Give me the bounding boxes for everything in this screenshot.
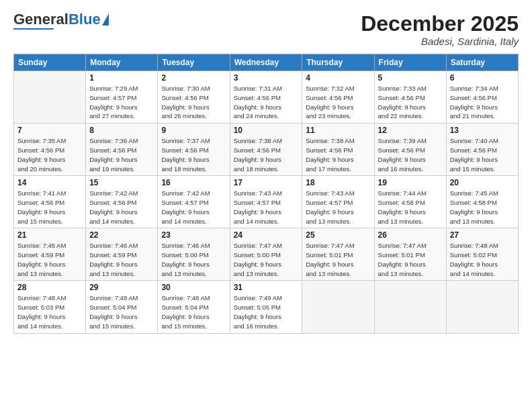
logo-text: GeneralBlue: [13, 12, 101, 27]
day-info-line: and 26 minutes.: [161, 112, 207, 120]
day-info-line: and 15 minutes.: [89, 322, 135, 330]
day-info-line: Sunrise: 7:48 AM: [17, 294, 66, 302]
day-info-line: Sunset: 5:01 PM: [306, 251, 353, 259]
day-info-line: Sunset: 4:56 PM: [89, 146, 136, 154]
day-info-line: Sunrise: 7:48 AM: [450, 242, 498, 249]
day-info-line: Sunset: 4:57 PM: [161, 199, 208, 206]
day-number: 15: [89, 178, 154, 187]
day-info-line: Sunset: 4:57 PM: [89, 94, 136, 101]
day-number: 13: [450, 126, 515, 135]
day-info-line: Sunrise: 7:40 AM: [450, 137, 498, 144]
day-info-line: Daylight: 9 hours: [234, 208, 281, 216]
day-info-line: Sunrise: 7:42 AM: [161, 189, 210, 197]
logo-blue: Blue: [69, 11, 101, 28]
day-info-line: Sunset: 4:58 PM: [450, 199, 497, 206]
day-info-line: Daylight: 9 hours: [378, 103, 426, 111]
day-info-line: and 18 minutes.: [161, 165, 207, 173]
day-info-line: Daylight: 9 hours: [234, 103, 281, 111]
day-info-line: Daylight: 9 hours: [161, 313, 209, 320]
col-sunday: Sunday: [14, 54, 86, 71]
col-saturday: Saturday: [446, 54, 518, 71]
day-info-line: Sunset: 4:56 PM: [234, 94, 281, 101]
day-info: Sunrise: 7:35 AMSunset: 4:56 PMDaylight:…: [17, 136, 82, 173]
day-info-line: Sunset: 4:56 PM: [306, 94, 353, 101]
day-info-line: and 13 minutes.: [17, 270, 63, 277]
day-info-line: Daylight: 9 hours: [89, 208, 137, 216]
day-info: Sunrise: 7:45 AMSunset: 4:58 PMDaylight:…: [450, 189, 515, 226]
day-info-line: Sunset: 4:56 PM: [378, 146, 425, 154]
day-info-line: Sunset: 4:56 PM: [89, 199, 136, 206]
day-info-line: Sunrise: 7:45 AM: [450, 189, 498, 197]
col-friday: Friday: [374, 54, 446, 71]
day-number: 7: [17, 126, 82, 135]
day-info: Sunrise: 7:29 AMSunset: 4:57 PMDaylight:…: [89, 84, 154, 121]
day-info-line: Daylight: 9 hours: [161, 156, 209, 163]
day-info-line: Sunset: 4:59 PM: [17, 251, 64, 259]
calendar-cell: 30Sunrise: 7:48 AMSunset: 5:04 PMDayligh…: [158, 281, 230, 333]
calendar-week-row: 21Sunrise: 7:45 AMSunset: 4:59 PMDayligh…: [14, 228, 519, 281]
day-info-line: Daylight: 9 hours: [450, 261, 498, 268]
day-info-line: Sunset: 4:58 PM: [378, 199, 425, 206]
day-info-line: Sunrise: 7:33 AM: [378, 85, 427, 92]
day-info-line: and 13 minutes.: [161, 270, 207, 277]
day-info-line: and 14 minutes.: [17, 322, 63, 330]
calendar-cell: 18Sunrise: 7:43 AMSunset: 4:57 PMDayligh…: [302, 176, 374, 228]
day-info-line: and 15 minutes.: [17, 218, 63, 225]
day-info-line: Daylight: 9 hours: [234, 261, 281, 268]
day-info-line: Sunset: 4:56 PM: [378, 94, 425, 101]
day-info-line: and 23 minutes.: [306, 112, 351, 120]
day-info-line: and 15 minutes.: [450, 165, 496, 173]
day-info-line: Daylight: 9 hours: [450, 103, 498, 111]
day-info-line: Sunset: 5:04 PM: [89, 304, 136, 311]
calendar-cell: 9Sunrise: 7:37 AMSunset: 4:56 PMDaylight…: [158, 124, 230, 176]
calendar-cell: 14Sunrise: 7:41 AMSunset: 4:56 PMDayligh…: [14, 176, 86, 228]
calendar-cell: 6Sunrise: 7:34 AMSunset: 4:56 PMDaylight…: [446, 71, 518, 124]
day-info-line: Daylight: 9 hours: [89, 156, 137, 163]
day-number: 10: [234, 126, 299, 135]
calendar-cell: 3Sunrise: 7:31 AMSunset: 4:56 PMDaylight…: [230, 71, 302, 124]
logo-triangle-icon: [102, 13, 109, 26]
day-info-line: Sunset: 4:57 PM: [234, 199, 281, 206]
calendar-cell: 26Sunrise: 7:47 AMSunset: 5:01 PMDayligh…: [374, 228, 446, 281]
day-number: 28: [17, 283, 82, 292]
day-info-line: Daylight: 9 hours: [17, 313, 65, 320]
day-info: Sunrise: 7:43 AMSunset: 4:57 PMDaylight:…: [234, 189, 299, 226]
day-info-line: and 13 minutes.: [378, 218, 424, 225]
day-info-line: Sunrise: 7:46 AM: [161, 242, 210, 249]
calendar-cell: 11Sunrise: 7:38 AMSunset: 4:56 PMDayligh…: [302, 124, 374, 176]
day-number: 31: [234, 283, 299, 292]
day-info: Sunrise: 7:46 AMSunset: 4:59 PMDaylight:…: [89, 241, 154, 278]
day-info: Sunrise: 7:48 AMSunset: 5:03 PMDaylight:…: [17, 293, 82, 330]
day-info-line: Sunrise: 7:35 AM: [17, 137, 66, 144]
day-info-line: and 16 minutes.: [234, 322, 279, 330]
day-number: 26: [378, 230, 443, 240]
calendar-cell: 21Sunrise: 7:45 AMSunset: 4:59 PMDayligh…: [14, 228, 86, 281]
day-info-line: and 19 minutes.: [89, 165, 135, 173]
day-info-line: and 13 minutes.: [234, 270, 279, 277]
calendar-cell: 1Sunrise: 7:29 AMSunset: 4:57 PMDaylight…: [86, 71, 158, 124]
day-number: 6: [450, 73, 515, 83]
day-info-line: Sunrise: 7:38 AM: [306, 137, 354, 144]
day-number: 3: [234, 73, 299, 83]
day-number: 23: [161, 230, 226, 240]
day-info: Sunrise: 7:34 AMSunset: 4:56 PMDaylight:…: [450, 84, 515, 121]
calendar-cell: [14, 71, 86, 124]
col-thursday: Thursday: [302, 54, 374, 71]
day-info: Sunrise: 7:30 AMSunset: 4:56 PMDaylight:…: [161, 84, 226, 121]
day-info-line: Sunset: 4:56 PM: [450, 146, 497, 154]
calendar-cell: 7Sunrise: 7:35 AMSunset: 4:56 PMDaylight…: [14, 124, 86, 176]
month-title: December 2025: [361, 12, 519, 36]
day-info-line: Daylight: 9 hours: [306, 103, 353, 111]
day-info: Sunrise: 7:33 AMSunset: 4:56 PMDaylight:…: [378, 84, 443, 121]
day-info-line: and 20 minutes.: [17, 165, 63, 173]
day-info: Sunrise: 7:32 AMSunset: 4:56 PMDaylight:…: [306, 84, 370, 121]
day-info: Sunrise: 7:38 AMSunset: 4:56 PMDaylight:…: [306, 136, 370, 173]
day-number: 24: [234, 230, 299, 240]
day-info-line: Sunrise: 7:29 AM: [89, 85, 138, 92]
day-info-line: Sunrise: 7:38 AM: [234, 137, 282, 144]
day-info-line: Sunset: 4:56 PM: [17, 146, 64, 154]
calendar-cell: 2Sunrise: 7:30 AMSunset: 4:56 PMDaylight…: [158, 71, 230, 124]
day-info-line: Daylight: 9 hours: [306, 208, 353, 216]
day-info: Sunrise: 7:39 AMSunset: 4:56 PMDaylight:…: [378, 136, 443, 173]
day-number: 4: [306, 73, 370, 83]
